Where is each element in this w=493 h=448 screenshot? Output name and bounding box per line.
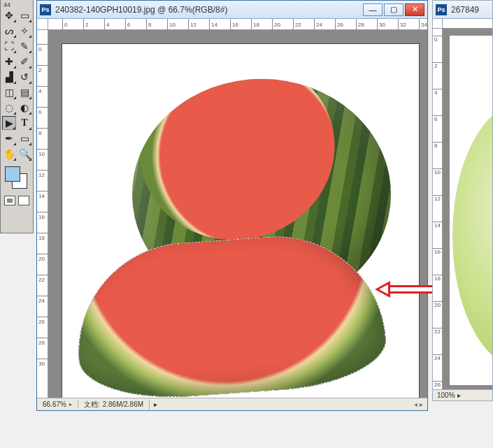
eraser-tool[interactable]: ◫ [2,85,16,99]
ruler-tick: 8 [146,19,147,30]
canvas-viewport[interactable] [48,30,427,398]
ruler-tick: 20 [433,301,443,308]
zoom-dropdown-icon[interactable]: ▸ [69,401,72,407]
ruler-tick: 0 [37,44,48,45]
healing-brush-tool[interactable]: ✚ [2,55,16,68]
type-tool[interactable]: T [17,116,31,130]
ruler-origin[interactable] [37,19,48,30]
close-button[interactable]: ✕ [405,3,424,16]
quickmask-mode-icon[interactable] [18,196,29,205]
ruler-origin[interactable] [433,19,443,29]
tool-grid: ✥ ▭ ᔕ ✧ ⛶ ✎ ✚ ✐ ▟ ↺ ◫ ▤ ◌ ◐ ▶ T ✒ ▭ ✋ 🔍 [2,8,31,161]
status-menu-icon[interactable]: ▸ [150,400,162,408]
magic-wand-tool[interactable]: ✧ [17,24,31,38]
ruler-tick: 14 [37,191,48,192]
ruler-tick: 18 [251,19,252,30]
ruler-tick: 6 [125,19,126,30]
scroll-nav: ◂ ▸ [414,400,427,408]
titlebar[interactable]: Ps 240382-140GPH10019.jpg @ 66.7%(RGB/8#… [37,1,427,19]
move-tool[interactable]: ✥ [2,8,16,22]
scroll-left-icon[interactable]: ◂ [414,400,417,408]
scroll-right-icon[interactable]: ▸ [420,400,423,408]
ruler-tick: 24 [37,296,48,296]
ruler-tick: 4 [104,19,105,30]
status-bar: 66.67% ▸ 文档: 2.86M/2.86M ▸ ◂ ▸ [37,398,427,410]
marquee-tool[interactable]: ▭ [17,8,31,22]
status-zoom[interactable]: 66.67% ▸ [37,400,78,408]
ruler-tick: 0 [62,19,63,30]
ruler-horizontal[interactable]: 0246810121416182022242628303234 [48,19,427,30]
ruler-tick: 2 [37,65,48,66]
status-bar-secondary: 100% ▸ [433,389,492,400]
ruler-tick: 12 [37,170,48,171]
maximize-button[interactable]: ▢ [384,3,403,16]
title-mode: RGB/8# [195,5,225,15]
status-zoom-value: 100% [437,391,455,399]
lasso-tool[interactable]: ᔕ [2,24,16,38]
zoom-dropdown-icon[interactable]: ▸ [457,391,461,399]
toolbox-header: 44 [2,1,31,8]
clone-stamp-tool[interactable]: ▟ [2,70,16,84]
pen-tool[interactable]: ✒ [2,131,16,145]
ruler-tick: 30 [37,359,48,359]
history-brush-tool[interactable]: ↺ [17,70,31,84]
status-doc-label: 文档: [84,400,100,410]
ruler-tick: 16 [230,19,231,30]
ruler-tick: 28 [37,338,48,338]
hand-tool[interactable]: ✋ [2,147,16,161]
ruler-tick: 14 [433,222,443,229]
dodge-tool[interactable]: ◐ [17,101,31,115]
standard-mode-icon[interactable] [4,196,15,205]
ruler-tick: 26 [335,19,336,30]
document-body-secondary: 02468101214161820222426 [433,19,492,389]
crop-tool[interactable]: ⛶ [2,39,16,53]
ruler-tick: 10 [37,149,48,150]
canvas[interactable] [62,44,419,398]
status-doc-value: 2.86M/2.86M [103,400,143,408]
document-title: 240382-140GPH10019.jpg @ 66.7%(RGB/8#) [55,5,363,15]
ruler-tick: 26 [433,381,443,388]
ruler-vertical[interactable]: 02468101214161820222426 [433,29,443,389]
document-icon: Ps [436,4,447,15]
ruler-tick: 12 [433,195,443,202]
brush-tool[interactable]: ✐ [17,55,31,68]
ruler-tick: 22 [37,275,48,275]
color-swatches[interactable] [2,165,31,193]
ruler-tick: 24 [314,19,315,30]
image-watermelon-cut-face [132,79,352,258]
eyedropper-tool[interactable]: ✎ [17,39,31,53]
blur-tool[interactable]: ◌ [2,101,16,115]
ruler-tick: 28 [356,19,357,30]
ruler-tick: 32 [398,19,399,30]
ruler-tick: 4 [37,86,48,87]
ruler-tick: 16 [37,212,48,212]
zoom-tool[interactable]: 🔍 [17,147,31,161]
title-zoom: 66.7% [169,5,192,15]
minimize-button[interactable]: ― [363,3,383,16]
ruler-horizontal[interactable] [443,19,492,29]
ruler-tick: 18 [433,275,443,282]
ruler-tick: 8 [433,142,443,149]
ruler-tick: 10 [433,168,443,175]
path-selection-tool[interactable]: ▶ [2,116,16,130]
mask-mode-toggle[interactable] [2,196,31,205]
ruler-tick: 16 [433,248,443,255]
status-zoom-value: 66.67% [43,400,66,408]
title-at: @ [157,5,166,15]
document-title-secondary: 267849 [451,5,490,15]
ruler-tick: 20 [272,19,273,30]
gradient-tool[interactable]: ▤ [17,85,31,99]
toolbox-panel: 44 ✥ ▭ ᔕ ✧ ⛶ ✎ ✚ ✐ ▟ ↺ ◫ ▤ ◌ ◐ ▶ T ✒ ▭ ✋… [0,0,34,233]
ruler-tick: 18 [37,233,48,233]
ruler-vertical[interactable]: 024681012141618202224262830 [37,30,48,398]
ruler-tick: 26 [37,317,48,317]
ruler-tick: 34 [419,19,420,30]
title-filename: 240382-140GPH10019.jpg [55,5,155,15]
ruler-tick: 30 [377,19,378,30]
ruler-tick: 24 [433,354,443,361]
shape-tool[interactable]: ▭ [17,131,31,145]
foreground-color-swatch[interactable] [5,166,20,182]
ruler-tick: 4 [433,89,443,96]
titlebar-secondary[interactable]: Ps 267849 [433,1,492,19]
status-docsize[interactable]: 文档: 2.86M/2.86M [78,400,150,410]
